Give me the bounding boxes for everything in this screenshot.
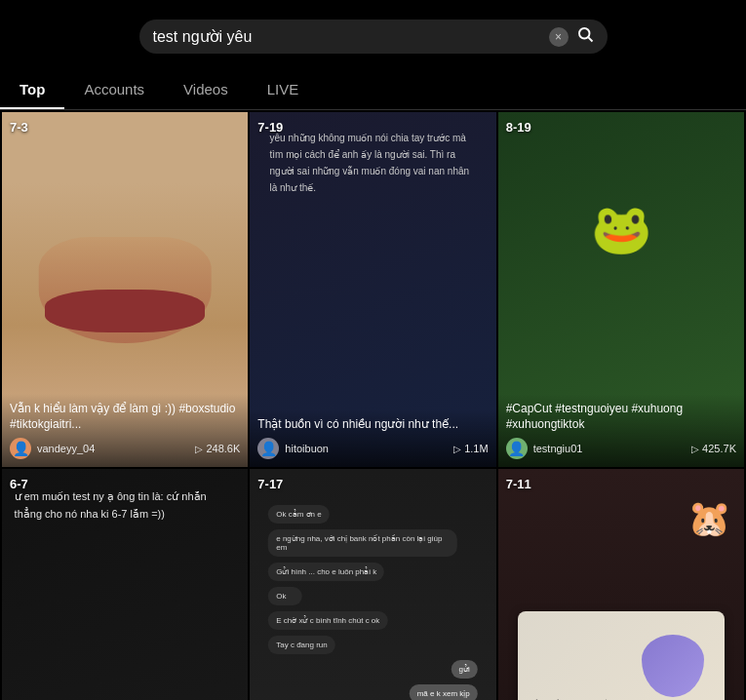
username-2: hitoibuon: [285, 443, 448, 454]
date-badge-3: 8-19: [506, 120, 531, 135]
view-count-3: 425.7K: [691, 443, 736, 454]
bubble-7: gửi: [451, 660, 477, 679]
caption-3: #CapCut #testnguoiyeu #xuhuong #xuhuongt…: [506, 402, 736, 432]
thumb2-text: yêu những không muốn nói chia tay trước …: [270, 130, 477, 196]
date-badge-2: 7-19: [257, 120, 283, 135]
username-1: vandeyy_04: [37, 443, 189, 454]
play-icon-1: [195, 443, 203, 454]
search-button[interactable]: [576, 25, 594, 48]
view-count-2: 1.1M: [453, 443, 488, 454]
bubble-8: mã e k xem kịp: [410, 684, 478, 700]
thumb4-scroll: ư em muốn test ny ạ ông tin là: cứ nhắn …: [15, 487, 236, 524]
video-card-6[interactable]: ÔI EM ÔI EM XINH THẬT 🐹 7-11 Căng 😄 test…: [498, 469, 744, 700]
chat-area: Ok cảm ơn e e ngừng nha, với chị bank nố…: [268, 505, 477, 700]
avatar-3: 👤: [506, 438, 528, 459]
video-card-1[interactable]: 7-3 Vẫn k hiểu làm vậy để làm gì :)) #bo…: [2, 112, 248, 467]
video-card-5[interactable]: Ok cảm ơn e e ngừng nha, với chị bank nố…: [250, 469, 495, 700]
caption-1: Vẫn k hiểu làm vậy để làm gì :)) #boxstu…: [10, 402, 240, 432]
video-card-2[interactable]: yêu những không muốn nói chia tay trước …: [250, 112, 495, 467]
views-1: 248.6K: [206, 443, 240, 454]
tab-videos[interactable]: Videos: [164, 69, 248, 109]
video-overlay-1: Vẫn k hiểu làm vậy để làm gì :)) #boxstu…: [2, 394, 248, 467]
tab-live[interactable]: LIVE: [248, 69, 319, 109]
bubble-4: Ok: [268, 587, 302, 605]
video-meta-1: 👤 vandeyy_04 248.6K: [10, 438, 240, 459]
username-3: testngiu01: [533, 443, 686, 454]
search-input[interactable]: [153, 28, 541, 46]
video-meta-2: 👤 hitoibuon 1.1M: [257, 438, 488, 459]
views-3: 425.7K: [702, 443, 736, 454]
date-badge-4: 6-7: [10, 477, 28, 491]
video-overlay-3: #CapCut #testnguoiyeu #xuhuong #xuhuongt…: [498, 394, 744, 467]
bubble-6: Tay c đang run: [268, 636, 334, 654]
clear-button[interactable]: ×: [549, 27, 569, 47]
tab-accounts[interactable]: Accounts: [64, 69, 164, 109]
frog-icon: 🐸: [591, 201, 651, 257]
bubble-5: E chờ xử c bình tĩnh chút c ok: [268, 611, 387, 630]
video-card-3[interactable]: 🐸 8-19 #CapCut #testnguoiyeu #xuhuong #x…: [498, 112, 744, 467]
play-icon-3: [691, 443, 699, 454]
bubble-2: e ngừng nha, với chị bank nốt phần còn l…: [268, 529, 456, 557]
clear-icon: ×: [555, 30, 562, 44]
search-bar-container: ×: [0, 0, 746, 69]
bubble-1: Ok cảm ơn e: [268, 505, 329, 524]
views-2: 1.1M: [464, 443, 488, 454]
bubble-3: Gửi hình ... cho e luôn phải k: [268, 563, 384, 581]
video-overlay-2: Thật buồn vì có nhiều người như thế... 👤…: [250, 409, 495, 468]
play-icon-2: [453, 443, 461, 454]
caption-2: Thật buồn vì có nhiều người như thế...: [257, 417, 488, 433]
svg-line-1: [588, 37, 592, 41]
date-badge-6: 7-11: [506, 477, 531, 491]
video-grid: 7-3 Vẫn k hiểu làm vậy để làm gì :)) #bo…: [0, 110, 746, 700]
tabs-bar: Top Accounts Videos LIVE: [0, 69, 746, 110]
svg-point-0: [579, 28, 590, 39]
tab-top[interactable]: Top: [0, 69, 64, 109]
video-meta-3: 👤 testngiu01 425.7K: [506, 438, 736, 459]
date-badge-5: 7-17: [257, 477, 283, 491]
search-icon: [576, 25, 594, 43]
view-count-1: 248.6K: [195, 443, 240, 454]
avatar-2: 👤: [257, 438, 279, 459]
search-bar: ×: [139, 19, 608, 54]
date-badge-1: 7-3: [10, 120, 28, 135]
video-card-4[interactable]: ư em muốn test ny ạ ông tin là: cứ nhắn …: [2, 469, 248, 700]
avatar-1: 👤: [10, 438, 31, 459]
